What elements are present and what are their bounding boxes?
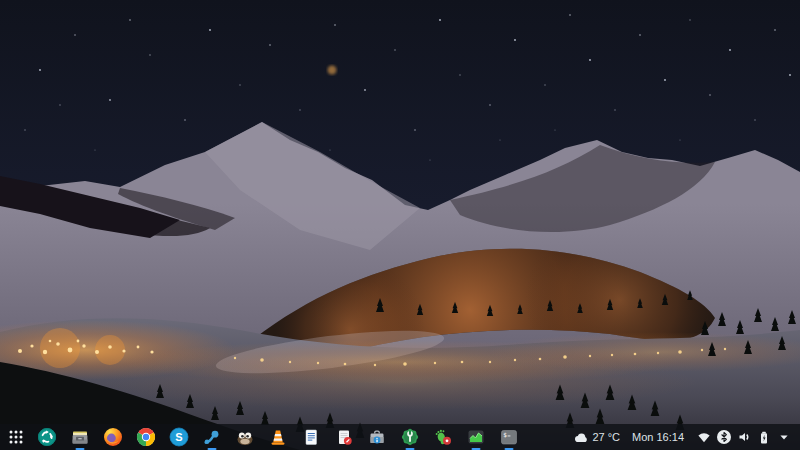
document-editor-icon — [334, 427, 354, 447]
skype-icon: S — [169, 427, 189, 447]
tray-expander-button[interactable] — [776, 429, 792, 445]
app-grid-button[interactable] — [8, 427, 24, 447]
chrome-icon — [136, 427, 156, 447]
footprint-app-icon — [433, 427, 453, 447]
launcher-footprint-app[interactable] — [433, 427, 453, 447]
launcher-skype[interactable]: S — [169, 427, 189, 447]
terminal-icon: $ — [499, 427, 519, 447]
launcher-document-editor[interactable] — [334, 427, 354, 447]
launcher-settings-tools[interactable] — [400, 427, 420, 447]
moon-dot — [328, 66, 337, 75]
system-monitor-icon — [466, 427, 486, 447]
battery-button[interactable] — [756, 429, 772, 445]
launcher-chrome[interactable] — [136, 427, 156, 447]
battery-icon — [756, 429, 772, 445]
chevron-down-icon — [777, 429, 791, 445]
svg-text:S: S — [175, 431, 182, 443]
clock-label[interactable]: Mon 16:14 — [632, 424, 684, 450]
writer-document-icon — [301, 427, 321, 447]
app-grid-icon — [8, 429, 24, 445]
launcher-gimp[interactable] — [235, 427, 255, 447]
launcher-file-manager[interactable] — [70, 427, 90, 447]
taskbar: S — [0, 424, 800, 450]
launcher-terminal[interactable]: $ — [499, 427, 519, 447]
bluetooth-icon — [716, 429, 732, 445]
settings-tools-icon — [400, 427, 420, 447]
firefox-icon — [103, 427, 123, 447]
launcher-group: S — [8, 424, 519, 450]
gimp-icon — [235, 427, 255, 447]
launcher-toolbox-info[interactable] — [367, 427, 387, 447]
wifi-button[interactable] — [696, 429, 712, 445]
wifi-icon — [696, 429, 712, 445]
vlc-icon — [268, 427, 288, 447]
steam-icon — [202, 427, 222, 447]
launcher-software-updater[interactable] — [37, 427, 57, 447]
temperature-label: 27 °C — [592, 424, 620, 450]
toolbox-info-icon — [367, 427, 387, 447]
weather-cloud-icon — [572, 429, 588, 445]
weather-applet[interactable]: 27 °C — [572, 424, 620, 450]
wallpaper-image — [0, 0, 800, 450]
volume-icon — [736, 429, 752, 445]
system-tray — [696, 429, 792, 445]
launcher-steam[interactable] — [202, 427, 222, 447]
launcher-system-monitor[interactable] — [466, 427, 486, 447]
desktop: S — [0, 0, 800, 450]
launcher-firefox[interactable] — [103, 427, 123, 447]
svg-text:$: $ — [503, 431, 507, 438]
launcher-writer-document[interactable] — [301, 427, 321, 447]
bluetooth-button[interactable] — [716, 429, 732, 445]
software-updater-icon — [37, 427, 57, 447]
volume-button[interactable] — [736, 429, 752, 445]
status-area: 27 °C Mon 16:14 — [572, 424, 792, 450]
file-manager-icon — [70, 427, 90, 447]
launcher-vlc[interactable] — [268, 427, 288, 447]
